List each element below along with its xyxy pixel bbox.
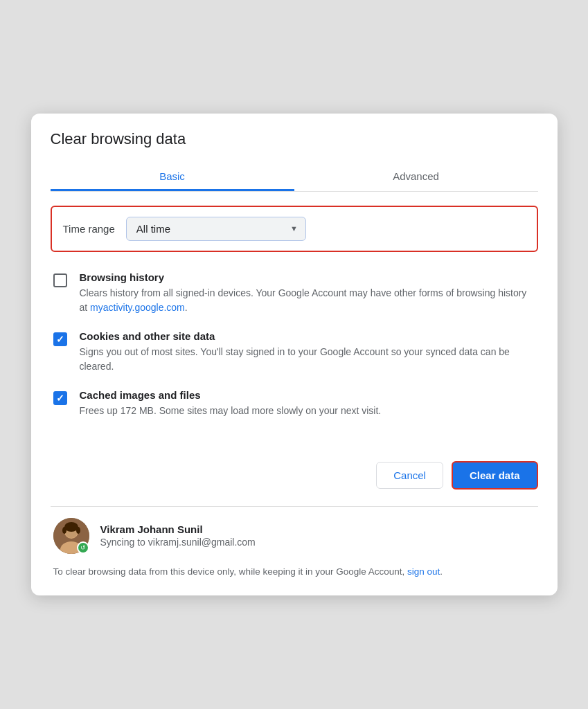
svg-point-5 <box>62 527 66 534</box>
user-email: Syncing to vikramj.sunil@gmail.com <box>100 537 256 548</box>
footer-text: To clear browsing data from this device … <box>51 565 538 579</box>
tab-bar: Basic Advanced <box>51 162 538 192</box>
user-row: ↺ Vikram Johann Sunil Syncing to vikramj… <box>51 518 538 554</box>
cookies-desc: Signs you out of most sites. You'll stay… <box>80 345 535 374</box>
browsing-history-desc: Clears history from all signed-in device… <box>80 286 535 315</box>
cookies-content: Cookies and other site data Signs you ou… <box>80 330 535 374</box>
sign-out-link[interactable]: sign out <box>407 566 440 577</box>
svg-point-4 <box>64 522 78 532</box>
cached-checkbox-container[interactable] <box>53 391 67 405</box>
browsing-history-checkbox[interactable] <box>53 273 67 287</box>
cancel-button[interactable]: Cancel <box>376 462 443 489</box>
clear-data-button[interactable]: Clear data <box>452 461 538 490</box>
time-range-select[interactable]: Last hour Last 24 hours Last 7 days Last… <box>126 217 306 241</box>
browsing-history-content: Browsing history Clears history from all… <box>80 271 535 315</box>
cached-title: Cached images and files <box>80 389 535 401</box>
browsing-history-title: Browsing history <box>80 271 535 283</box>
browsing-history-item: Browsing history Clears history from all… <box>51 271 538 315</box>
svg-point-6 <box>76 527 80 534</box>
tab-basic[interactable]: Basic <box>51 162 294 191</box>
checkbox-items-section: Browsing history Clears history from all… <box>51 266 538 439</box>
cached-desc: Frees up 172 MB. Some sites may load mor… <box>80 404 535 418</box>
clear-browsing-data-dialog: Clear browsing data Basic Advanced Time … <box>31 114 558 595</box>
browsing-history-checkbox-container[interactable] <box>53 273 67 287</box>
cookies-item: Cookies and other site data Signs you ou… <box>51 330 538 374</box>
cookies-title: Cookies and other site data <box>80 330 535 342</box>
cached-checkbox[interactable] <box>53 391 67 405</box>
cookies-checkbox-container[interactable] <box>53 332 67 346</box>
avatar-container: ↺ <box>53 518 89 554</box>
time-range-label: Time range <box>63 223 115 235</box>
sync-badge: ↺ <box>77 541 89 554</box>
cached-images-item: Cached images and files Frees up 172 MB.… <box>51 389 538 418</box>
time-range-section: Time range Last hour Last 24 hours Last … <box>51 206 538 252</box>
user-name: Vikram Johann Sunil <box>100 523 256 535</box>
dialog-title: Clear browsing data <box>51 130 538 148</box>
myactivity-link[interactable]: myactivity.google.com <box>90 302 185 313</box>
divider <box>51 506 538 507</box>
tab-advanced[interactable]: Advanced <box>294 162 538 191</box>
cookies-checkbox[interactable] <box>53 332 67 346</box>
buttons-row: Cancel Clear data <box>51 461 538 490</box>
user-info: Vikram Johann Sunil Syncing to vikramj.s… <box>100 523 256 548</box>
time-range-select-wrapper[interactable]: Last hour Last 24 hours Last 7 days Last… <box>126 217 306 241</box>
cached-content: Cached images and files Frees up 172 MB.… <box>80 389 535 418</box>
